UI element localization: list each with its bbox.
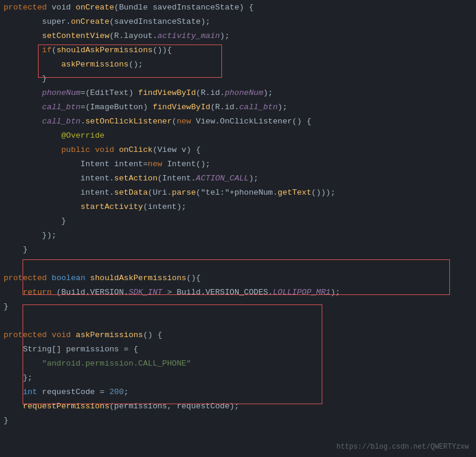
token-plain (4, 359, 42, 368)
token-italic: call_btn (42, 117, 81, 126)
token-fn: onCreate (71, 17, 109, 26)
line-content: } (0, 245, 476, 254)
line-content: requestPermissions(permissions, requestC… (0, 402, 476, 411)
url-text: https://blog.csdn.net/QWERTYzxw (337, 443, 469, 451)
token-plain (90, 145, 95, 154)
line-content: protected boolean shouldAskPermissions()… (0, 274, 476, 283)
token-italic: call_btn (42, 103, 81, 112)
token-plain: ()){ (153, 46, 172, 55)
token-plain: ( (52, 46, 56, 55)
token-plain (4, 103, 42, 112)
token-kw: return (23, 288, 52, 297)
code-line: @Override (0, 128, 476, 142)
token-plain (4, 31, 42, 40)
token-kw-blue: int (4, 388, 37, 396)
token-plain: } (4, 217, 66, 226)
token-kw: void (95, 145, 114, 154)
token-plain: ); (220, 31, 230, 40)
code-line: setContentView(R.layout.activity_main); (0, 28, 476, 43)
token-plain: =(EditText) (81, 88, 138, 97)
token-plain (4, 60, 61, 69)
code-line: "android.permission.CALL_PHONE" (0, 356, 476, 370)
token-plain: ); (331, 288, 340, 297)
token-plain: (Intent. (157, 174, 196, 183)
token-fn: requestPermissions (23, 402, 109, 411)
line-content: } (0, 302, 476, 311)
code-line: String[] permissions = { (0, 342, 476, 356)
code-line: super.onCreate(savedInstanceState); (0, 14, 476, 28)
token-plain: } (4, 302, 8, 311)
token-kw: protected (4, 274, 47, 283)
code-line: Intent intent=new Intent(); (0, 157, 476, 171)
code-line: protected void askPermissions() { (0, 328, 476, 342)
line-content: Intent intent=new Intent(); (0, 160, 476, 169)
code-line: intent.setAction(Intent.ACTION_CALL); (0, 171, 476, 185)
token-plain: ); (263, 88, 272, 97)
token-fn: setAction (114, 174, 157, 183)
token-plain: (); (129, 60, 143, 69)
code-line: protected boolean shouldAskPermissions()… (0, 271, 476, 285)
token-kw: protected (4, 331, 47, 339)
token-fn: onCreate (76, 3, 115, 12)
line-content: String[] permissions = { (0, 345, 476, 354)
token-plain: (Uri. (148, 188, 172, 197)
code-line (0, 256, 476, 271)
token-plain: . (81, 117, 85, 126)
line-content: askPermissions(); (0, 60, 476, 69)
token-plain: (){ (186, 274, 201, 283)
line-content: public void onClick(View v) { (0, 145, 476, 154)
line-content: protected void askPermissions() { (0, 331, 476, 339)
code-line: int requestCode = 200; (0, 385, 476, 399)
token-fn: findViewById (153, 103, 210, 112)
token-plain: intent. (4, 174, 114, 183)
code-line: }; (0, 370, 476, 385)
token-plain: (R.id. (210, 103, 239, 112)
token-plain: =(ImageButton) (81, 103, 153, 112)
token-fn: findViewById (138, 88, 196, 97)
token-plain: ("tel:"+phoneNum. (196, 188, 278, 197)
token-plain: super. (4, 17, 71, 26)
token-plain: requestCode = (37, 388, 110, 396)
token-plain: ())); (312, 188, 336, 197)
token-plain: Intent(); (162, 160, 210, 169)
line-content: }); (0, 231, 476, 240)
token-plain: View.OnClickListener() { (191, 117, 312, 126)
token-kw-blue: boolean (52, 274, 85, 283)
token-plain: (intent); (143, 202, 186, 211)
token-plain: (Build.VERSION. (52, 288, 129, 297)
code-editor: protected void onCreate(Bundle savedInst… (0, 0, 476, 457)
token-plain: } (4, 74, 47, 83)
code-line: askPermissions(); (0, 57, 476, 71)
token-fn: askPermissions (76, 331, 143, 339)
code-line (0, 313, 476, 328)
token-plain: () { (143, 331, 162, 339)
token-kw: public (61, 145, 90, 154)
token-kw: new (148, 160, 162, 169)
token-plain (4, 288, 23, 297)
token-plain: (View v) { (153, 145, 201, 154)
token-plain: ); (278, 103, 287, 112)
token-fn: getText (278, 188, 312, 197)
token-plain: Intent intent= (4, 160, 148, 169)
line-content: return (Build.VERSION.SDK_INT > Build.VE… (0, 288, 476, 297)
token-fn: onClick (119, 145, 153, 154)
code-line: } (0, 71, 476, 85)
token-plain (71, 331, 75, 339)
code-line: return (Build.VERSION.SDK_INT > Build.VE… (0, 285, 476, 299)
token-kw: if (42, 46, 52, 55)
token-plain (4, 202, 81, 211)
token-num: 200 (109, 388, 123, 396)
code-line: } (0, 214, 476, 228)
code-line: protected void onCreate(Bundle savedInst… (0, 0, 476, 14)
token-fn: startActivity (81, 202, 143, 211)
code-line: if(shouldAskPermissions()){ (0, 43, 476, 57)
token-plain (47, 274, 52, 283)
token-plain (4, 88, 42, 97)
token-fn: shouldAskPermissions (90, 274, 186, 283)
token-kw: protected (4, 3, 47, 12)
code-line: phoneNum=(EditText) findViewById(R.id.ph… (0, 85, 476, 100)
token-kw: void (52, 331, 71, 339)
code-line: call_btn=(ImageButton) findViewById(R.id… (0, 100, 476, 114)
token-annot: @Override (4, 131, 104, 140)
line-content: @Override (0, 131, 476, 140)
